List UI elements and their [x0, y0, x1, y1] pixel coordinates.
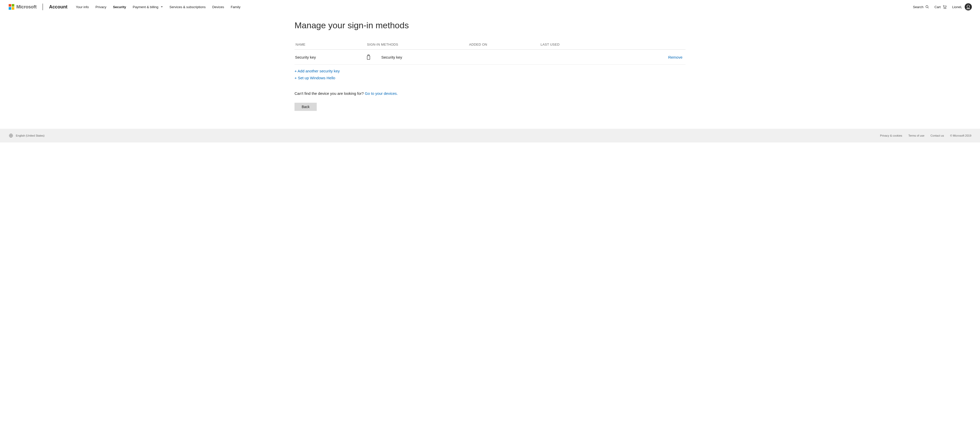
nav-payment-billing-label: Payment & billing [133, 5, 158, 9]
footer-copyright: © Microsoft 2019 [950, 134, 971, 137]
col-actions [654, 43, 684, 46]
svg-point-0 [926, 6, 928, 8]
global-header: Microsoft Account Your info Privacy Secu… [0, 0, 980, 14]
row-name: Security key [295, 55, 366, 59]
table-row: Security key Security key Remove [294, 50, 686, 65]
cart-label: Cart [934, 5, 941, 9]
search-button[interactable]: Search [913, 5, 929, 9]
usb-key-icon [366, 54, 371, 60]
row-method-label: Security key [381, 55, 402, 59]
footer-terms-link[interactable]: Terms of use [908, 134, 924, 137]
remove-link[interactable]: Remove [654, 55, 685, 59]
nav-privacy[interactable]: Privacy [92, 0, 110, 14]
search-icon [925, 5, 929, 9]
svg-point-3 [945, 8, 946, 9]
microsoft-logo-icon [9, 4, 14, 10]
nav-your-info[interactable]: Your info [73, 0, 92, 14]
setup-windows-hello-link[interactable]: + Set up Windows Hello [294, 76, 686, 80]
main-content: Manage your sign-in methods NAME SIGN-IN… [286, 14, 694, 129]
page-title: Manage your sign-in methods [294, 21, 686, 30]
col-name: NAME [296, 43, 367, 46]
col-last-used: LAST USED [541, 43, 654, 46]
back-button[interactable]: Back [294, 103, 317, 111]
cart-button[interactable]: Cart [934, 5, 947, 9]
microsoft-logo[interactable]: Microsoft [9, 4, 37, 10]
microsoft-logo-text: Microsoft [16, 4, 37, 10]
go-to-devices-link[interactable]: Go to your devices. [365, 91, 398, 96]
col-added-on: ADDED ON [469, 43, 541, 46]
header-utilities: Search Cart LioneL [913, 3, 972, 10]
svg-line-1 [928, 7, 929, 8]
account-home-link[interactable]: Account [49, 4, 67, 10]
nav-family[interactable]: Family [228, 0, 244, 14]
language-label: English (United States) [16, 134, 45, 137]
footer-privacy-link[interactable]: Privacy & cookies [880, 134, 902, 137]
help-line: Can't find the device you are looking fo… [294, 91, 686, 96]
col-signin-methods: SIGN-IN METHODS [367, 43, 469, 46]
row-method: Security key [366, 54, 469, 60]
add-security-key-link[interactable]: + Add another security key [294, 69, 686, 73]
global-footer: English (United States) Privacy & cookie… [0, 129, 980, 143]
footer-links: Privacy & cookies Terms of use Contact u… [880, 134, 971, 137]
search-label: Search [913, 5, 923, 9]
nav-payment-billing[interactable]: Payment & billing [129, 0, 166, 14]
language-selector[interactable]: English (United States) [9, 133, 45, 138]
header-divider [43, 3, 43, 10]
nav-devices[interactable]: Devices [209, 0, 228, 14]
globe-icon [9, 133, 13, 138]
primary-nav: Your info Privacy Security Payment & bil… [73, 0, 244, 14]
user-name: LioneL [952, 5, 962, 9]
avatar [965, 3, 972, 10]
table-header-row: NAME SIGN-IN METHODS ADDED ON LAST USED [294, 40, 686, 50]
user-menu[interactable]: LioneL [952, 3, 972, 10]
footer-contact-link[interactable]: Contact us [931, 134, 944, 137]
help-prefix: Can't find the device you are looking fo… [294, 91, 365, 96]
add-links: + Add another security key + Set up Wind… [294, 69, 686, 80]
nav-security[interactable]: Security [110, 0, 129, 14]
nav-services-subscriptions[interactable]: Services & subscriptions [166, 0, 209, 14]
cart-icon [942, 5, 947, 9]
chevron-down-icon [161, 6, 163, 7]
svg-point-2 [944, 8, 945, 9]
signin-methods-table: NAME SIGN-IN METHODS ADDED ON LAST USED … [294, 40, 686, 65]
svg-rect-6 [367, 56, 370, 60]
